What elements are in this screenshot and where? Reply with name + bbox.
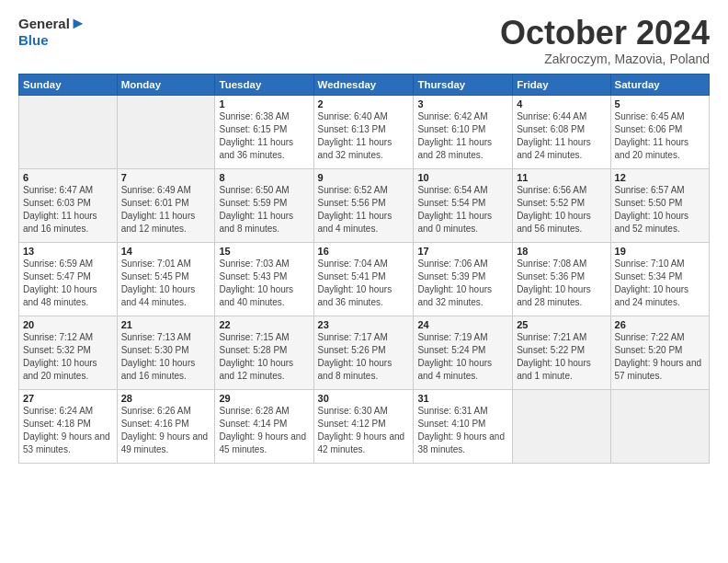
cell-w1-d1 bbox=[19, 95, 118, 168]
day-number: 1 bbox=[219, 98, 309, 109]
day-number: 7 bbox=[121, 172, 211, 183]
location-subtitle: Zakroczym, Mazovia, Poland bbox=[500, 52, 710, 66]
col-sunday: Sunday bbox=[19, 74, 118, 95]
day-info: Sunrise: 7:15 AM Sunset: 5:28 PM Dayligh… bbox=[219, 331, 309, 383]
cell-w4-d5: 24Sunrise: 7:19 AM Sunset: 5:24 PM Dayli… bbox=[414, 316, 513, 389]
day-info: Sunrise: 7:12 AM Sunset: 5:32 PM Dayligh… bbox=[23, 331, 113, 383]
day-number: 22 bbox=[219, 319, 309, 330]
day-info: Sunrise: 6:31 AM Sunset: 4:10 PM Dayligh… bbox=[417, 405, 508, 456]
day-info: Sunrise: 6:40 AM Sunset: 6:13 PM Dayligh… bbox=[318, 110, 410, 162]
day-info: Sunrise: 6:42 AM Sunset: 6:10 PM Dayligh… bbox=[417, 110, 508, 162]
day-info: Sunrise: 6:59 AM Sunset: 5:47 PM Dayligh… bbox=[23, 258, 113, 309]
day-number: 13 bbox=[23, 246, 113, 257]
day-info: Sunrise: 7:13 AM Sunset: 5:30 PM Dayligh… bbox=[121, 331, 211, 383]
day-number: 17 bbox=[417, 246, 508, 257]
day-info: Sunrise: 6:38 AM Sunset: 6:15 PM Dayligh… bbox=[219, 110, 309, 162]
cell-w5-d7 bbox=[610, 389, 709, 463]
calendar-header-row: Sunday Monday Tuesday Wednesday Thursday… bbox=[19, 74, 710, 95]
day-info: Sunrise: 7:21 AM Sunset: 5:22 PM Dayligh… bbox=[517, 331, 606, 383]
day-number: 20 bbox=[23, 319, 113, 330]
col-friday: Friday bbox=[513, 74, 610, 95]
cell-w2-d4: 9Sunrise: 6:52 AM Sunset: 5:56 PM Daylig… bbox=[313, 168, 414, 242]
cell-w4-d6: 25Sunrise: 7:21 AM Sunset: 5:22 PM Dayli… bbox=[513, 316, 610, 389]
week-row-4: 20Sunrise: 7:12 AM Sunset: 5:32 PM Dayli… bbox=[19, 316, 710, 389]
cell-w4-d7: 26Sunrise: 7:22 AM Sunset: 5:20 PM Dayli… bbox=[610, 316, 709, 389]
day-info: Sunrise: 7:06 AM Sunset: 5:39 PM Dayligh… bbox=[417, 258, 508, 309]
cell-w3-d7: 19Sunrise: 7:10 AM Sunset: 5:34 PM Dayli… bbox=[610, 242, 709, 316]
day-number: 15 bbox=[219, 246, 309, 257]
day-number: 8 bbox=[219, 172, 309, 183]
week-row-2: 6Sunrise: 6:47 AM Sunset: 6:03 PM Daylig… bbox=[19, 168, 710, 242]
day-number: 21 bbox=[121, 319, 211, 330]
header: General► Blue October 2024 Zakroczym, Ma… bbox=[18, 15, 710, 66]
day-number: 19 bbox=[615, 246, 705, 257]
week-row-5: 27Sunrise: 6:24 AM Sunset: 4:18 PM Dayli… bbox=[19, 389, 710, 463]
cell-w2-d1: 6Sunrise: 6:47 AM Sunset: 6:03 PM Daylig… bbox=[19, 168, 118, 242]
col-monday: Monday bbox=[117, 74, 215, 95]
day-number: 5 bbox=[615, 98, 705, 109]
cell-w5-d1: 27Sunrise: 6:24 AM Sunset: 4:18 PM Dayli… bbox=[19, 389, 118, 463]
day-info: Sunrise: 6:30 AM Sunset: 4:12 PM Dayligh… bbox=[318, 405, 410, 456]
day-number: 18 bbox=[517, 246, 606, 257]
col-saturday: Saturday bbox=[610, 74, 709, 95]
cell-w3-d5: 17Sunrise: 7:06 AM Sunset: 5:39 PM Dayli… bbox=[414, 242, 513, 316]
day-number: 27 bbox=[23, 393, 113, 404]
cell-w4-d4: 23Sunrise: 7:17 AM Sunset: 5:26 PM Dayli… bbox=[313, 316, 414, 389]
cell-w3-d6: 18Sunrise: 7:08 AM Sunset: 5:36 PM Dayli… bbox=[513, 242, 610, 316]
day-info: Sunrise: 7:17 AM Sunset: 5:26 PM Dayligh… bbox=[318, 331, 410, 383]
day-number: 6 bbox=[23, 172, 113, 183]
cell-w2-d7: 12Sunrise: 6:57 AM Sunset: 5:50 PM Dayli… bbox=[610, 168, 709, 242]
logo-general: General► bbox=[18, 15, 86, 33]
day-info: Sunrise: 6:44 AM Sunset: 6:08 PM Dayligh… bbox=[517, 110, 606, 162]
logo-blue: Blue bbox=[18, 33, 86, 49]
day-number: 26 bbox=[615, 319, 705, 330]
cell-w1-d6: 4Sunrise: 6:44 AM Sunset: 6:08 PM Daylig… bbox=[513, 95, 610, 168]
title-block: October 2024 Zakroczym, Mazovia, Poland bbox=[500, 15, 710, 66]
day-info: Sunrise: 6:54 AM Sunset: 5:54 PM Dayligh… bbox=[417, 184, 508, 236]
cell-w5-d3: 29Sunrise: 6:28 AM Sunset: 4:14 PM Dayli… bbox=[215, 389, 313, 463]
day-number: 24 bbox=[417, 319, 508, 330]
day-number: 2 bbox=[318, 98, 410, 109]
day-number: 12 bbox=[615, 172, 705, 183]
day-number: 30 bbox=[318, 393, 410, 404]
logo: General► Blue bbox=[18, 15, 86, 48]
day-info: Sunrise: 6:24 AM Sunset: 4:18 PM Dayligh… bbox=[23, 405, 113, 456]
col-tuesday: Tuesday bbox=[215, 74, 313, 95]
week-row-3: 13Sunrise: 6:59 AM Sunset: 5:47 PM Dayli… bbox=[19, 242, 710, 316]
day-info: Sunrise: 7:04 AM Sunset: 5:41 PM Dayligh… bbox=[318, 258, 410, 309]
day-info: Sunrise: 7:08 AM Sunset: 5:36 PM Dayligh… bbox=[517, 258, 606, 309]
day-info: Sunrise: 6:26 AM Sunset: 4:16 PM Dayligh… bbox=[121, 405, 211, 456]
cell-w2-d2: 7Sunrise: 6:49 AM Sunset: 6:01 PM Daylig… bbox=[117, 168, 215, 242]
col-thursday: Thursday bbox=[414, 74, 513, 95]
day-number: 23 bbox=[318, 319, 410, 330]
day-number: 28 bbox=[121, 393, 211, 404]
cell-w5-d6 bbox=[513, 389, 610, 463]
page: General► Blue October 2024 Zakroczym, Ma… bbox=[0, 0, 728, 563]
day-info: Sunrise: 7:10 AM Sunset: 5:34 PM Dayligh… bbox=[615, 258, 705, 309]
week-row-1: 1Sunrise: 6:38 AM Sunset: 6:15 PM Daylig… bbox=[19, 95, 710, 168]
cell-w5-d4: 30Sunrise: 6:30 AM Sunset: 4:12 PM Dayli… bbox=[313, 389, 414, 463]
cell-w1-d3: 1Sunrise: 6:38 AM Sunset: 6:15 PM Daylig… bbox=[215, 95, 313, 168]
col-wednesday: Wednesday bbox=[313, 74, 414, 95]
day-number: 25 bbox=[517, 319, 606, 330]
cell-w1-d2 bbox=[117, 95, 215, 168]
cell-w4-d1: 20Sunrise: 7:12 AM Sunset: 5:32 PM Dayli… bbox=[19, 316, 118, 389]
month-title: October 2024 bbox=[500, 15, 710, 52]
day-number: 16 bbox=[318, 246, 410, 257]
day-info: Sunrise: 6:57 AM Sunset: 5:50 PM Dayligh… bbox=[615, 184, 705, 236]
cell-w3-d3: 15Sunrise: 7:03 AM Sunset: 5:43 PM Dayli… bbox=[215, 242, 313, 316]
cell-w1-d5: 3Sunrise: 6:42 AM Sunset: 6:10 PM Daylig… bbox=[414, 95, 513, 168]
day-info: Sunrise: 6:50 AM Sunset: 5:59 PM Dayligh… bbox=[219, 184, 309, 236]
cell-w1-d4: 2Sunrise: 6:40 AM Sunset: 6:13 PM Daylig… bbox=[313, 95, 414, 168]
day-number: 10 bbox=[417, 172, 508, 183]
cell-w4-d3: 22Sunrise: 7:15 AM Sunset: 5:28 PM Dayli… bbox=[215, 316, 313, 389]
day-number: 4 bbox=[517, 98, 606, 109]
day-info: Sunrise: 6:56 AM Sunset: 5:52 PM Dayligh… bbox=[517, 184, 606, 236]
cell-w5-d5: 31Sunrise: 6:31 AM Sunset: 4:10 PM Dayli… bbox=[414, 389, 513, 463]
day-number: 31 bbox=[417, 393, 508, 404]
day-info: Sunrise: 7:03 AM Sunset: 5:43 PM Dayligh… bbox=[219, 258, 309, 309]
day-number: 3 bbox=[417, 98, 508, 109]
cell-w3-d4: 16Sunrise: 7:04 AM Sunset: 5:41 PM Dayli… bbox=[313, 242, 414, 316]
day-info: Sunrise: 6:45 AM Sunset: 6:06 PM Dayligh… bbox=[615, 110, 705, 162]
cell-w5-d2: 28Sunrise: 6:26 AM Sunset: 4:16 PM Dayli… bbox=[117, 389, 215, 463]
